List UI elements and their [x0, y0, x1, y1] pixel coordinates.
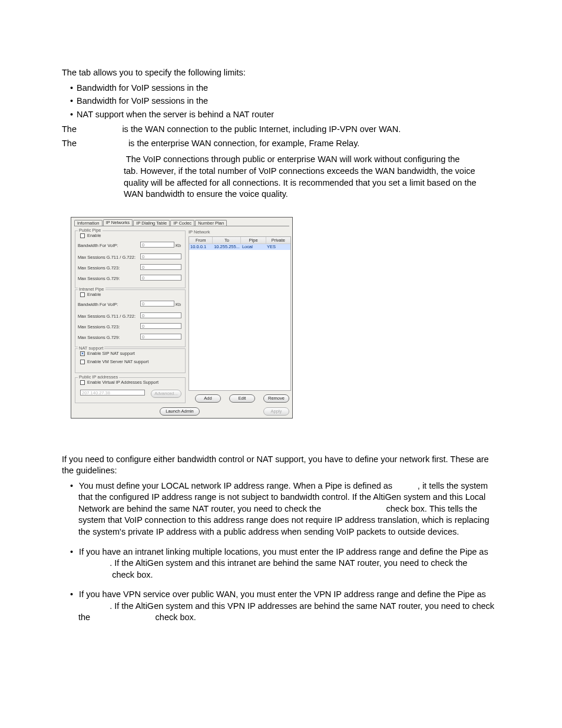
text: You must define your LOCAL network IP ad…	[79, 481, 395, 490]
page: The tab allows you to specify the follow…	[0, 0, 562, 728]
list-item: Bandwidth for VoIP sessions in the	[78, 95, 497, 107]
text: The	[62, 139, 77, 148]
intranet-g723-input[interactable]: 0	[140, 323, 181, 329]
virtual-ip-label: Enable Virtual IP Addresses Support	[87, 380, 158, 386]
apply-button[interactable]: Apply	[263, 407, 289, 416]
note-text: tab. However, if the total number of VoI…	[124, 166, 497, 200]
tab-ip-networks[interactable]: IP Networks	[103, 219, 133, 226]
sip-nat-label: Enable SIP NAT support	[87, 351, 135, 357]
public-g711-input[interactable]: 0	[140, 253, 181, 259]
text: is the WAN connection to the public Inte…	[122, 124, 401, 134]
note: The VoIP connections through public or e…	[91, 154, 497, 200]
public-ip-input[interactable]: 207.140.27.38	[80, 390, 145, 396]
col-from[interactable]: From	[189, 237, 213, 243]
g711-label: Max Sessions G.711 / G.722:	[78, 255, 135, 261]
limits-list: Bandwidth for VoIP sessions in the Bandw…	[78, 83, 497, 121]
text: If you have an intranet linking multiple…	[79, 547, 488, 556]
bandwidth-label: Bandwidth For VoIP:	[78, 243, 118, 249]
cell-private: YES	[266, 244, 290, 250]
enable-label: Enable	[87, 233, 101, 239]
table-header: From To Pipe Private	[189, 237, 290, 244]
sip-nat-checkbox[interactable]: ×	[80, 351, 85, 356]
public-pipe-group: Public Pipe Enable Bandwidth For VoIP: 0…	[75, 230, 186, 288]
tab-divider	[74, 226, 289, 226]
list-item: If you have an intranet linking multiple…	[78, 546, 497, 581]
guideline-list: You must define your LOCAL network IP ad…	[78, 480, 497, 624]
cell-pipe: Local	[241, 244, 266, 250]
remove-button[interactable]: Remove	[263, 394, 289, 403]
public-pipe-desc: The public pipe is the WAN connection to…	[62, 124, 497, 136]
ip-network-table: From To Pipe Private 10.0.0.1 10.255.255…	[189, 236, 291, 391]
kb-label: Kb	[176, 243, 181, 249]
intro-text: The tab allows you to specify the follow…	[62, 67, 497, 79]
text: . If the AltiGen system and this VPN IP …	[78, 601, 494, 622]
text: . If the AltiGen system and this intrane…	[110, 558, 470, 568]
public-bandwidth-input[interactable]: 0	[140, 242, 174, 248]
cell-to: 10.255.255...	[213, 244, 241, 250]
cell-from: 10.0.0.1	[189, 244, 213, 250]
g723-label: Max Sessions G.723:	[78, 265, 120, 271]
dialog: Information IP Networks IP Dialing Table…	[71, 217, 293, 419]
list-item: You must define your LOCAL network IP ad…	[78, 480, 497, 538]
enable-label: Enable	[87, 292, 101, 298]
g729-label: Max Sessions G.729:	[78, 276, 120, 282]
text: is the enterprise WAN connection, for ex…	[128, 139, 359, 148]
vm-nat-checkbox[interactable]	[80, 360, 85, 364]
col-pipe[interactable]: Pipe	[241, 237, 266, 243]
intranet-g729-input[interactable]: 0	[140, 334, 181, 340]
intranet-bandwidth-input[interactable]: 0	[140, 301, 174, 307]
add-button[interactable]: Add	[195, 394, 221, 403]
table-row[interactable]: 10.0.0.1 10.255.255... Local YES	[189, 244, 290, 250]
public-ip-group: Public IP addresses Enable Virtual IP Ad…	[75, 377, 186, 403]
vm-nat-label: Enable VM Server NAT support	[87, 359, 148, 365]
nat-support-group: NAT support × Enable SIP NAT support Ena…	[75, 348, 186, 373]
note-text: The VoIP connections through public or e…	[126, 154, 460, 164]
list-item: NAT support when the server is behind a …	[78, 109, 497, 121]
list-item: If you have VPN service over public WAN,…	[78, 589, 497, 624]
public-g723-input[interactable]: 0	[140, 264, 181, 270]
virtual-ip-checkbox[interactable]	[80, 380, 85, 385]
col-private[interactable]: Private	[266, 237, 290, 243]
bandwidth-label: Bandwidth For VoIP:	[78, 302, 118, 308]
launch-admin-button[interactable]: Launch Admin	[160, 407, 200, 416]
text: The	[62, 124, 77, 134]
kb-label: Kb	[176, 302, 181, 308]
list-item: Bandwidth for VoIP sessions in the	[78, 83, 497, 94]
text: check box.	[156, 612, 196, 622]
g729-label: Max Sessions G.729:	[78, 335, 120, 341]
intranet-g711-input[interactable]: 0	[140, 312, 181, 318]
col-to[interactable]: To	[213, 237, 241, 243]
edit-button[interactable]: Edit	[229, 394, 255, 403]
public-enable-checkbox[interactable]	[80, 233, 85, 238]
text: check box.	[112, 570, 153, 579]
intranet-pipe-desc: The intranet pipe is the enterprise WAN …	[62, 138, 497, 150]
advanced-button[interactable]: Advanced...	[151, 390, 181, 398]
g711-label: Max Sessions G.711 / G.722:	[78, 314, 135, 319]
intranet-pipe-group: Intranet Pipe Enable Bandwidth For VoIP:…	[75, 289, 186, 347]
screenshot: Information IP Networks IP Dialing Table…	[71, 217, 497, 419]
text: If you have VPN service over public WAN,…	[79, 589, 486, 599]
g723-label: Max Sessions G.723:	[78, 324, 120, 330]
public-g729-input[interactable]: 0	[140, 275, 181, 281]
intranet-enable-checkbox[interactable]	[80, 292, 85, 297]
guideline-intro: If you need to configure either bandwidt…	[62, 454, 497, 477]
ip-network-title: IP Network	[189, 229, 210, 235]
